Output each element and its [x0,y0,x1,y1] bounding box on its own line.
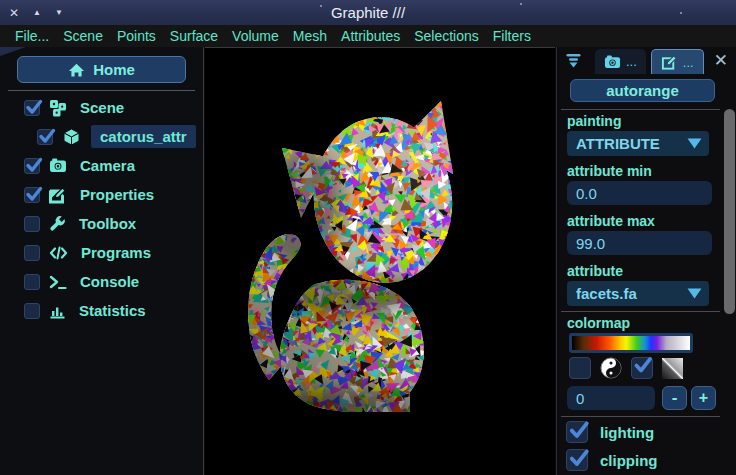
repeat-decrement-button[interactable]: - [662,386,687,410]
panel-divider [561,311,720,312]
tree-row-console[interactable]: Console [0,267,203,296]
title-bar: Graphite /// ✕ ▲ ▼ [0,0,736,25]
tree-row-catorus[interactable]: catorus_attr [0,122,203,151]
viewport-3d[interactable] [205,47,555,475]
catorus-visibility-checkbox[interactable] [37,129,53,145]
lighting-checkbox[interactable] [566,421,588,443]
sidebar-divider [8,90,195,91]
menu-volume[interactable]: Volume [225,28,286,44]
menu-filters[interactable]: Filters [486,28,538,44]
chevron-down-icon [687,138,702,149]
edit-icon [49,186,67,204]
shade-down-icon[interactable]: ▼ [55,9,63,17]
tree-label-catorus[interactable]: catorus_attr [91,125,196,148]
scene-tree-sidebar: Home Scene [0,47,204,475]
sidebar-notch-decoration [0,47,26,56]
chart-icon [49,303,66,319]
painting-dropdown-value: ATTRIBUTE [576,135,660,152]
menu-mesh[interactable]: Mesh [286,28,334,44]
tree-row-camera[interactable]: Camera [0,151,203,180]
clipping-checkbox[interactable] [566,449,588,471]
camera-icon [49,157,67,174]
programs-visibility-checkbox[interactable] [24,245,40,261]
home-icon [68,62,85,78]
attribute-label: attribute [567,263,623,279]
autorange-button[interactable]: autorange [570,79,715,102]
tab-camera[interactable]: ... [595,49,646,74]
tree-row-properties[interactable]: Properties [0,180,203,209]
menu-surface[interactable]: Surface [163,28,225,44]
painting-label: painting [567,113,621,129]
tree-label-scene[interactable]: Scene [80,99,124,116]
tree-row-statistics[interactable]: Statistics [0,296,203,325]
camera-visibility-checkbox[interactable] [24,158,40,174]
graphite-window: Graphite /// ✕ ▲ ▼ File... Scene Points … [0,0,736,475]
tree-row-scene[interactable]: Scene [0,93,203,122]
close-window-icon[interactable]: ✕ [9,7,19,19]
home-button[interactable]: Home [17,56,186,83]
home-button-label: Home [93,61,135,78]
colormap-flip-checkbox[interactable] [569,357,591,379]
tab-properties-label: ... [683,55,694,70]
menu-points[interactable]: Points [110,28,163,44]
edit-icon [661,54,678,71]
dice-icon [49,99,67,117]
shade-up-icon[interactable]: ▲ [33,9,41,17]
gradient-shading-icon[interactable] [662,358,683,379]
clipping-row: clipping [566,449,658,471]
tree-label-console[interactable]: Console [80,273,139,290]
code-icon [49,245,68,261]
tree-row-programs[interactable]: Programs [0,238,203,267]
tree-label-statistics[interactable]: Statistics [79,302,146,319]
panel-tab-bar: ... ... ✕ [557,47,736,74]
clipping-label: clipping [600,452,658,469]
attribute-dropdown[interactable]: facets.fa [567,281,709,306]
terminal-icon [49,274,67,290]
close-panel-icon[interactable]: ✕ [714,52,728,69]
attribute-min-label: attribute min [567,163,652,179]
tree-label-properties[interactable]: Properties [80,186,154,203]
tab-properties[interactable]: ... [651,49,704,74]
contrast-icon[interactable] [600,357,622,379]
lighting-row: lighting [566,421,654,443]
tree-label-toolbox[interactable]: Toolbox [79,215,136,232]
panel-scrollbar[interactable] [724,109,735,314]
menu-selections[interactable]: Selections [407,28,486,44]
tree-label-programs[interactable]: Programs [81,244,151,261]
colormap-bar[interactable] [569,333,693,353]
tree-label-camera[interactable]: Camera [80,157,135,174]
window-title: Graphite /// [0,0,736,25]
camera-icon [604,54,621,70]
menu-file[interactable]: File... [8,28,56,44]
panel-divider [561,416,720,417]
properties-visibility-checkbox[interactable] [24,187,40,203]
colormap-options-row [569,357,683,379]
catorus-mesh-render [205,48,555,475]
toolbox-visibility-checkbox[interactable] [24,216,40,232]
tree-row-toolbox[interactable]: Toolbox [0,209,203,238]
attribute-dropdown-value: facets.fa [576,285,637,302]
colormap-label: colormap [567,315,630,331]
menu-bar: File... Scene Points Surface Volume Mesh… [0,25,736,47]
panel-divider [561,109,720,110]
tab-camera-label: ... [626,54,637,69]
colormap-repeat-input[interactable]: 0 [567,386,655,410]
scene-visibility-checkbox[interactable] [24,100,40,116]
attribute-max-label: attribute max [567,213,655,229]
menu-scene[interactable]: Scene [56,28,110,44]
attribute-max-input[interactable]: 99.0 [567,231,712,255]
lighting-label: lighting [600,424,654,441]
colormap-smooth-checkbox[interactable] [631,357,653,379]
properties-panel: ... ... ✕ autorange painting ATTRIBUTE a… [556,47,736,475]
painting-dropdown[interactable]: ATTRIBUTE [567,131,709,156]
cube-icon [62,128,81,146]
colormap-gradient [572,336,690,350]
console-visibility-checkbox[interactable] [24,274,40,290]
repeat-increment-button[interactable]: + [691,386,716,410]
chevron-down-icon [687,288,702,299]
menu-attributes[interactable]: Attributes [334,28,407,44]
wrench-icon [49,215,66,232]
filter-icon[interactable] [565,52,582,69]
attribute-min-input[interactable]: 0.0 [567,181,712,205]
statistics-visibility-checkbox[interactable] [24,303,40,319]
